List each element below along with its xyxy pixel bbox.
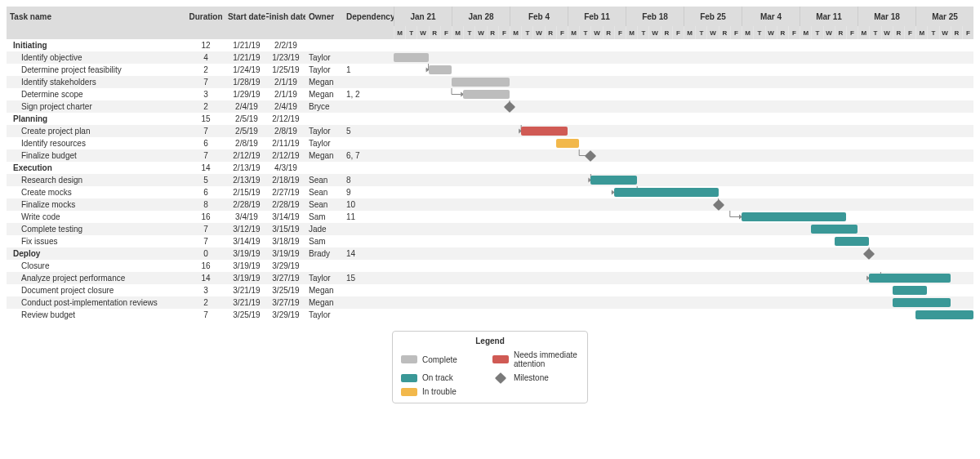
dependency-cell: 8 (343, 174, 394, 186)
timeline-cell (394, 309, 973, 321)
task-row: Determine scope31/29/192/1/19Megan1, 2 (7, 88, 973, 100)
day-col: T (753, 26, 764, 39)
milestone-marker[interactable] (504, 100, 515, 112)
hdr-start: Start date (227, 7, 266, 26)
hdr-weeks: Jan 21Jan 28Feb 4Feb 11Feb 18Feb 25Mar 4… (394, 7, 973, 26)
dependency-cell (343, 76, 394, 88)
week-col: Mar 18 (858, 7, 915, 26)
task-row: Finalize budget72/12/192/12/19Megan6, 7 (7, 149, 973, 162)
task-row: Document project closure33/21/193/25/19M… (7, 284, 973, 296)
gantt-bar[interactable] (556, 139, 579, 148)
finish-cell: 2/12/19 (266, 113, 305, 125)
timeline-cell (394, 162, 973, 174)
task-row: Identify objective41/21/191/23/19Taylor (7, 51, 973, 64)
day-col: T (927, 26, 938, 39)
task-name-cell: Research design (7, 174, 185, 186)
day-col: T (869, 26, 880, 39)
gantt-bar[interactable] (590, 176, 637, 185)
owner-cell: Jade (305, 223, 343, 235)
gantt-bar[interactable] (915, 310, 973, 319)
gantt-bar[interactable] (521, 127, 568, 136)
day-col: M (394, 26, 405, 39)
owner-cell: Bryce (305, 100, 343, 113)
start-cell: 3/19/19 (227, 247, 266, 260)
timeline-cell (394, 284, 973, 296)
duration-cell: 12 (185, 39, 227, 51)
day-col: T (579, 26, 590, 39)
task-name-cell: Determine project feasibility (7, 64, 185, 76)
task-row: Create project plan72/5/192/8/19Taylor5 (7, 125, 973, 137)
finish-cell: 3/14/19 (266, 211, 305, 223)
timeline-cell (394, 149, 973, 162)
gantt-bar[interactable] (452, 78, 510, 87)
task-name-cell: Fix issues (7, 235, 185, 247)
legend-ontrack: On track (401, 373, 488, 382)
finish-cell: 2/1/19 (266, 88, 305, 100)
day-col: T (811, 26, 822, 39)
milestone-marker[interactable] (713, 198, 724, 210)
day-col: W (939, 26, 951, 39)
owner-cell: Brady (305, 247, 343, 260)
gantt-bar[interactable] (869, 274, 950, 283)
duration-cell: 5 (185, 174, 227, 186)
task-name-cell: Finalize budget (7, 149, 185, 162)
day-col: W (590, 26, 602, 39)
week-col: Jan 21 (394, 7, 452, 26)
timeline-cell (394, 137, 973, 149)
day-col: M (626, 26, 637, 39)
start-cell: 2/15/19 (227, 186, 266, 198)
gantt-bar[interactable] (394, 53, 429, 62)
day-col: R (429, 26, 440, 39)
duration-cell: 2 (185, 296, 227, 309)
gantt-bar[interactable] (893, 298, 951, 307)
finish-cell: 2/1/19 (266, 76, 305, 88)
timeline-cell (394, 51, 973, 64)
day-col: R (893, 26, 904, 39)
gantt-bar[interactable] (893, 286, 928, 295)
day-col: F (788, 26, 800, 39)
owner-cell: Sam (305, 211, 343, 223)
duration-cell: 16 (185, 260, 227, 272)
finish-cell: 2/28/19 (266, 198, 305, 211)
start-cell: 2/28/19 (227, 198, 266, 211)
gantt-bar[interactable] (429, 65, 452, 74)
timeline-cell (394, 247, 973, 260)
dependency-cell: 1, 2 (343, 88, 394, 100)
gantt-bar[interactable] (614, 188, 719, 197)
dependency-cell (343, 51, 394, 64)
day-col: T (405, 26, 416, 39)
finish-cell: 3/27/19 (266, 296, 305, 309)
legend-trouble: In trouble (401, 387, 488, 396)
owner-cell (305, 39, 343, 51)
task-name-cell: Create mocks (7, 186, 185, 198)
gantt-bar[interactable] (835, 237, 870, 246)
task-row: Identify stakeholders71/28/192/1/19Megan (7, 76, 973, 88)
duration-cell: 16 (185, 211, 227, 223)
task-row: Analyze project performance143/19/193/27… (7, 272, 973, 284)
week-col: Mar 25 (915, 7, 973, 26)
day-col: R (719, 26, 730, 39)
gantt-bar[interactable] (811, 225, 858, 234)
dependency-cell (343, 162, 394, 174)
task-name-cell: Finalize mocks (7, 198, 185, 211)
timeline-cell (394, 272, 973, 284)
day-col: R (661, 26, 672, 39)
milestone-marker[interactable] (585, 149, 596, 161)
week-col: Jan 28 (452, 7, 510, 26)
day-col: R (603, 26, 614, 39)
owner-cell: Taylor (305, 51, 343, 64)
task-name-cell: Identify resources (7, 137, 185, 149)
day-col: F (440, 26, 452, 39)
gantt-bar[interactable] (463, 90, 510, 99)
dependency-cell: 1 (343, 64, 394, 76)
milestone-marker[interactable] (863, 247, 875, 259)
dependency-cell (343, 309, 394, 321)
day-col: F (846, 26, 858, 39)
owner-cell (305, 113, 343, 125)
day-col: M (915, 26, 927, 39)
finish-cell: 3/27/19 (266, 272, 305, 284)
owner-cell: Sean (305, 186, 343, 198)
dependency-cell (343, 39, 394, 51)
gantt-bar[interactable] (742, 212, 846, 221)
start-cell: 1/24/19 (227, 64, 266, 76)
